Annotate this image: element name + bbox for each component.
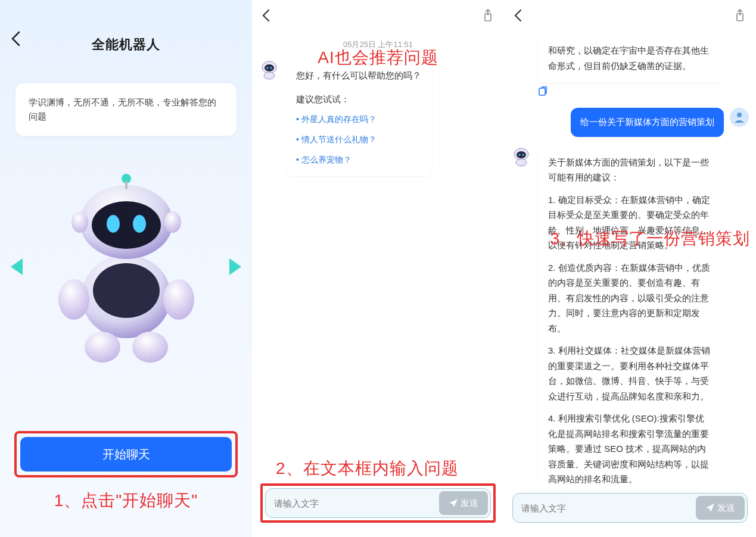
panel-chat-answer: 和研究，以确定在宇宙中是否存在其他生命形式，但目前仍缺乏确凿的证据。 给一份关于…: [504, 0, 756, 537]
robot-stage: [0, 142, 252, 392]
back-icon[interactable]: [11, 31, 20, 51]
svg-point-10: [58, 279, 89, 320]
bot-avatar-icon: [511, 146, 531, 167]
carousel-next-icon[interactable]: [229, 258, 241, 275]
annotation-2-top: AI也会推荐问题: [252, 46, 504, 69]
send-icon: [449, 498, 458, 508]
send-label: 发送: [461, 498, 478, 509]
bot-greeting-bubble: 您好，有什么可以帮助您的吗？ 建议您试试： 外星人真的存在吗？ 情人节送什么礼物…: [285, 58, 432, 176]
svg-point-22: [737, 113, 742, 117]
bot-answer-bubble: 关于新媒体方面的营销策划，以下是一些可能有用的建议： 1. 确定目标受众：在新媒…: [537, 145, 722, 486]
send-button[interactable]: 发送: [439, 491, 488, 515]
input-highlight: 发送: [260, 483, 496, 523]
input-bar-wrap: 发送: [512, 493, 748, 523]
message-input[interactable]: [274, 498, 439, 508]
svg-point-19: [264, 72, 275, 79]
svg-point-6: [71, 211, 88, 233]
start-button-highlight: 开始聊天: [14, 431, 238, 477]
bot-answer-row: 关于新媒体方面的营销策划，以下是一些可能有用的建议： 1. 确定目标受众：在新媒…: [511, 145, 749, 486]
bot-message-row: 和研究，以确定在宇宙中是否存在其他生命形式，但目前仍缺乏确凿的证据。: [511, 33, 749, 83]
suggestion-link[interactable]: 外星人真的存在吗？: [296, 113, 421, 127]
page-title: 全能机器人: [92, 36, 160, 54]
greeting-text: 您好，有什么可以帮助您的吗？: [296, 68, 421, 83]
header: [504, 0, 756, 33]
svg-point-5: [133, 215, 146, 233]
annotation-1: 1、点击"开始聊天": [0, 489, 252, 512]
header: 全能机器人: [0, 0, 252, 71]
annotation-2-bottom: 2、在文本框内输入问题: [276, 457, 459, 480]
send-button[interactable]: 发送: [696, 496, 745, 520]
svg-point-25: [519, 154, 521, 155]
answer-point: 2. 创造优质内容：在新媒体营销中，优质的内容是至关重要的。要创造有趣、有用、有…: [548, 260, 711, 336]
chat-scroll: 和研究，以确定在宇宙中是否存在其他生命形式，但目前仍缺乏确凿的证据。 给一份关于…: [504, 33, 756, 486]
svg-point-26: [522, 154, 524, 155]
svg-point-3: [92, 201, 161, 249]
answer-intro: 关于新媒体方面的营销策划，以下是一些可能有用的建议：: [548, 155, 711, 185]
svg-point-13: [132, 332, 168, 363]
suggestion-link[interactable]: 怎么养宠物？: [296, 153, 421, 167]
send-icon: [705, 503, 715, 513]
user-message-row: 给一份关于新媒体方面的营销策划: [511, 108, 749, 137]
answer-point: 3. 利用社交媒体：社交媒体是新媒体营销的重要渠道之一。要利用各种社交媒体平台，…: [548, 343, 711, 404]
svg-point-27: [516, 159, 527, 166]
svg-point-1: [93, 263, 160, 318]
annotation-3: 3、快速写了一份营销策划: [550, 227, 750, 250]
svg-rect-9: [125, 181, 127, 189]
copy-icon[interactable]: [537, 86, 756, 99]
share-icon[interactable]: [733, 9, 746, 24]
svg-point-7: [164, 211, 181, 233]
send-label: 发送: [717, 502, 735, 514]
panel-chat-empty: 05月25日 上午11:51 AI也会推荐问题 您好，有什么可以帮助您的吗？ 建…: [252, 0, 504, 537]
start-chat-button[interactable]: 开始聊天: [20, 437, 232, 472]
bot-greeting-row: 您好，有什么可以帮助您的吗？ 建议您试试： 外星人真的存在吗？ 情人节送什么礼物…: [259, 58, 497, 176]
svg-point-4: [107, 215, 120, 233]
svg-point-12: [85, 332, 120, 363]
svg-point-11: [163, 279, 194, 320]
svg-point-24: [517, 151, 526, 158]
suggestion-title: 建议您试试：: [296, 92, 421, 107]
back-icon[interactable]: [262, 7, 270, 26]
header: [252, 0, 504, 33]
robot-image: [37, 166, 216, 368]
answer-point: 4. 利用搜索引擎优化 (SEO):搜索引擎优化是提高网站排名和搜索引擎流量的重…: [548, 411, 711, 486]
user-bubble: 给一份关于新媒体方面的营销策划: [571, 108, 724, 137]
share-icon[interactable]: [481, 9, 494, 24]
bot-partial-bubble: 和研究，以确定在宇宙中是否存在其他生命形式，但目前仍缺乏确凿的证据。: [537, 33, 722, 83]
message-input[interactable]: [521, 503, 696, 513]
svg-rect-21: [539, 88, 545, 95]
back-icon[interactable]: [514, 7, 522, 26]
user-avatar-icon: [730, 108, 749, 127]
input-bar: 发送: [512, 493, 748, 523]
panel-intro: 全能机器人 学识渊博，无所不通，无所不晓，专业解答您的问题: [0, 0, 252, 537]
input-bar: 发送: [265, 488, 491, 518]
carousel-prev-icon[interactable]: [11, 258, 23, 275]
suggestion-link[interactable]: 情人节送什么礼物？: [296, 133, 421, 147]
intro-card: 学识渊博，无所不通，无所不晓，专业解答您的问题: [15, 83, 237, 136]
